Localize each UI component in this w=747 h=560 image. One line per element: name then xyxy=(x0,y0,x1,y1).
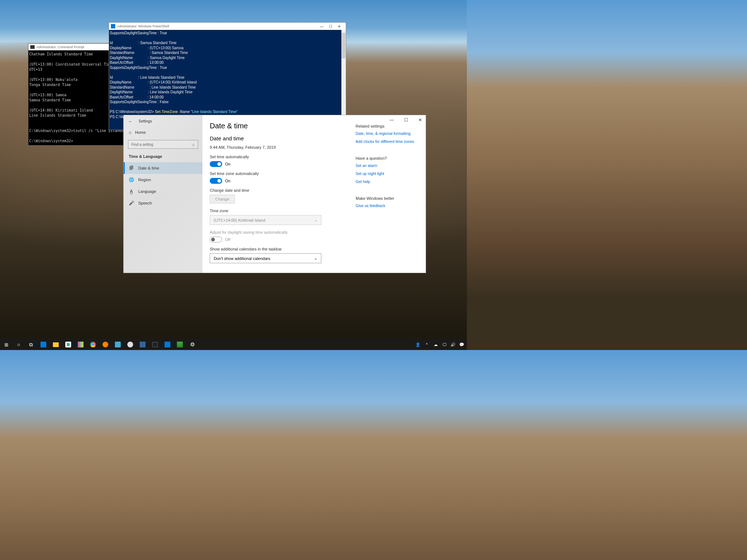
tray-chevron-icon[interactable]: ^ xyxy=(422,339,431,350)
page-title: Date & time xyxy=(210,122,356,130)
app3-taskbar-icon[interactable] xyxy=(136,339,149,350)
search-input[interactable]: Find a setting ⌕ xyxy=(128,140,198,149)
settings-title: Settings xyxy=(139,119,152,123)
current-datetime: 9:44 AM, Thursday, February 7, 2019 xyxy=(210,145,356,149)
section-header: Date and time xyxy=(210,135,356,141)
start-button[interactable]: ⊞ xyxy=(0,339,12,350)
link-add-clocks[interactable]: Add clocks for different time zones xyxy=(356,139,421,144)
app2-taskbar-icon[interactable] xyxy=(124,339,136,350)
change-dt-label: Change date and time xyxy=(210,188,356,192)
maximize-button[interactable]: ☐ xyxy=(329,24,332,28)
chevron-down-icon: ⌄ xyxy=(314,256,317,261)
link-night-light[interactable]: Set up night light xyxy=(356,171,421,176)
set-tz-auto-label: Set time zone automatically xyxy=(210,171,356,176)
set-time-auto-label: Set time automatically xyxy=(210,155,356,159)
onedrive-tray-icon[interactable]: ☁ xyxy=(431,339,440,350)
chrome-taskbar-icon[interactable] xyxy=(87,339,99,350)
cmd-title: Administrator: Command Prompt xyxy=(36,45,84,49)
calendar-icon: 🗐 xyxy=(129,166,134,171)
maximize-button[interactable]: ☐ xyxy=(402,117,410,123)
volume-tray-icon[interactable]: 🔊 xyxy=(449,339,457,350)
link-feedback[interactable]: Give us feedback xyxy=(356,203,421,208)
people-tray-icon[interactable]: 👤 xyxy=(414,339,422,350)
related-header: Related settings xyxy=(356,124,421,128)
question-header: Have a question? xyxy=(356,156,421,160)
dst-toggle xyxy=(210,237,222,242)
cmd-taskbar-icon[interactable] xyxy=(149,339,161,350)
store-taskbar-icon[interactable] xyxy=(62,339,74,350)
nav-language[interactable]: A̲ Language xyxy=(124,186,202,197)
close-button[interactable]: ✕ xyxy=(337,24,341,28)
powershell-taskbar-icon[interactable] xyxy=(161,339,174,350)
nav-speech[interactable]: 🎤 Speech xyxy=(124,197,202,209)
cmd-icon xyxy=(30,45,35,49)
back-button[interactable]: ← xyxy=(128,118,133,124)
settings-sidebar: ← Settings ⌂ Home Find a setting ⌕ Time … xyxy=(124,115,202,273)
timezone-dropdown: (UTC+14:00) Kiritimati Island ⌄ xyxy=(210,215,321,225)
cortana-button[interactable]: ○ xyxy=(12,339,25,350)
settings-main: ― ☐ ✕ Date & time Date and time 9:44 AM,… xyxy=(202,115,426,273)
network-tray-icon[interactable]: 🖵 xyxy=(440,339,449,350)
powershell-window: Administrator: Windows PowerShell ― ☐ ✕ … xyxy=(109,22,346,130)
powershell-icon xyxy=(111,24,115,28)
category-header: Time & Language xyxy=(124,152,202,162)
change-button: Change xyxy=(210,195,235,203)
minimize-button[interactable]: ― xyxy=(387,117,396,123)
task-view-button[interactable]: ⧉ xyxy=(25,339,37,350)
home-nav[interactable]: ⌂ Home xyxy=(124,127,202,138)
edge-taskbar-icon[interactable] xyxy=(37,339,50,350)
chevron-down-icon: ⌄ xyxy=(314,218,317,222)
app-taskbar-icon[interactable] xyxy=(74,339,87,350)
ps-title: Administrator: Windows PowerShell xyxy=(117,24,169,28)
set-tz-auto-toggle[interactable] xyxy=(210,178,222,184)
link-set-alarm[interactable]: Set an alarm xyxy=(356,163,421,168)
link-regional-formatting[interactable]: Date, time, & regional formatting xyxy=(356,131,421,136)
language-icon: A̲ xyxy=(129,189,134,194)
search-icon: ⌕ xyxy=(192,142,195,147)
globe-icon: 🌐 xyxy=(129,177,134,182)
settings-window: ← Settings ⌂ Home Find a setting ⌕ Time … xyxy=(123,115,426,273)
calendar-dropdown[interactable]: Don't show additional calendars ⌄ xyxy=(210,253,321,263)
action-center-icon[interactable]: 💬 xyxy=(457,339,466,350)
nav-date-time[interactable]: 🗐 Date & time xyxy=(124,162,202,174)
minimize-button[interactable]: ― xyxy=(320,24,324,28)
file-explorer-taskbar-icon[interactable] xyxy=(50,339,62,350)
settings-taskbar-icon[interactable]: ⚙ xyxy=(186,339,198,350)
firefox-taskbar-icon[interactable] xyxy=(99,339,112,350)
home-icon: ⌂ xyxy=(129,130,131,135)
photos-taskbar-icon[interactable] xyxy=(112,339,124,350)
microphone-icon: 🎤 xyxy=(129,201,134,206)
better-header: Make Windows better xyxy=(356,196,421,201)
dst-label: Adjust for daylight saving time automati… xyxy=(210,230,356,234)
taskbar: ⊞ ○ ⧉ ⚙ 👤 ^ ☁ 🖵 🔊 💬 xyxy=(0,339,467,350)
close-button[interactable]: ✕ xyxy=(416,117,424,123)
app4-taskbar-icon[interactable] xyxy=(174,339,186,350)
link-get-help[interactable]: Get help xyxy=(356,179,421,184)
nav-region[interactable]: 🌐 Region xyxy=(124,174,202,186)
calendar-label: Show additional calendars in the taskbar xyxy=(210,247,356,251)
settings-right-column: Related settings Date, time, & regional … xyxy=(356,120,425,273)
tz-label: Time zone xyxy=(210,209,356,213)
ps-titlebar[interactable]: Administrator: Windows PowerShell ― ☐ ✕ xyxy=(109,23,346,30)
set-time-auto-toggle[interactable] xyxy=(210,161,222,167)
